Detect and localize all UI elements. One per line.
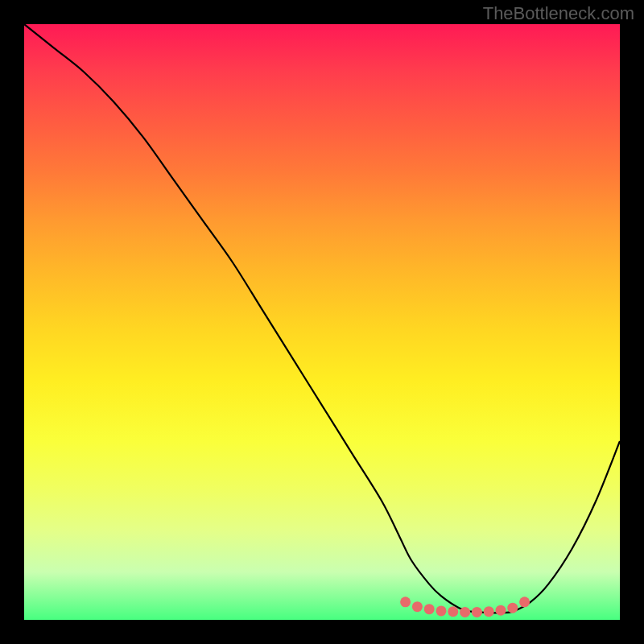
highlight-dot (412, 601, 423, 612)
highlight-dot (519, 597, 530, 607)
highlight-dot (472, 607, 482, 617)
highlight-dots (400, 597, 530, 617)
highlight-dot (507, 603, 518, 613)
chart-svg (24, 24, 620, 620)
highlight-dot (484, 606, 494, 617)
highlight-dot (496, 605, 506, 616)
highlight-dot (436, 605, 447, 616)
highlight-dot (424, 604, 435, 614)
highlight-dot (400, 597, 411, 607)
site-watermark: TheBottleneck.com (483, 3, 634, 24)
bottleneck-curve-path (24, 24, 620, 613)
highlight-dot (448, 606, 458, 617)
highlight-dot (460, 607, 470, 617)
bottleneck-chart (24, 24, 620, 620)
